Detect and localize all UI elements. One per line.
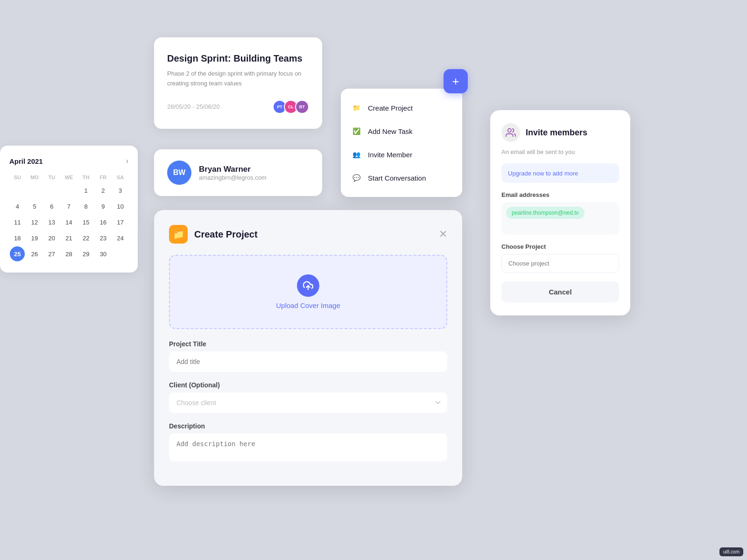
calendar-grid: SU MO TU WE TH FR SA 1 2 3 4 5 6 7 8 9 1… xyxy=(9,173,128,261)
project-title-label: Project Title xyxy=(169,340,447,348)
calendar-day[interactable]: 17 xyxy=(113,215,128,230)
calendar-month: April 2021 xyxy=(9,157,43,165)
sprint-footer: 28/05/20 - 25/06/20 PT CL BT xyxy=(167,100,309,114)
email-section-label: Email addresses xyxy=(501,191,619,198)
calendar-day[interactable]: 18 xyxy=(10,231,25,245)
description-input[interactable] xyxy=(169,434,447,462)
calendar-next-button[interactable]: › xyxy=(126,157,128,165)
day-label: MO xyxy=(27,173,43,182)
invite-title: Invite members xyxy=(526,128,587,138)
calendar-day[interactable]: 22 xyxy=(78,231,93,245)
calendar-day[interactable]: 13 xyxy=(44,215,59,230)
upload-label: Upload Cover Image xyxy=(276,301,340,309)
menu-item-label: Invite Member xyxy=(368,151,412,159)
calendar-day[interactable]: 15 xyxy=(78,215,93,230)
day-label: FR xyxy=(95,173,112,182)
menu-item-label: Add New Task xyxy=(368,127,413,135)
project-icon: 📁 xyxy=(169,225,188,244)
description-label: Description xyxy=(169,422,447,430)
menu-item-label: Create Project xyxy=(368,104,413,112)
choose-project-label: Choose Project xyxy=(501,243,619,250)
calendar-day[interactable]: 26 xyxy=(27,246,42,261)
day-label: TH xyxy=(78,173,94,182)
day-label: WE xyxy=(61,173,77,182)
project-title-input[interactable] xyxy=(169,351,447,372)
menu-item-label: Start Conversation xyxy=(368,174,426,182)
dropdown-menu: 📁 Create Project ✅ Add New Task 👥 Invite… xyxy=(341,89,462,197)
upload-cover-area[interactable]: Upload Cover Image xyxy=(169,255,447,329)
menu-item-start-conversation[interactable]: 💬 Start Conversation xyxy=(341,166,462,189)
calendar-day[interactable]: 7 xyxy=(61,199,76,214)
calendar-day[interactable]: 12 xyxy=(27,215,42,230)
sprint-title: Design Sprint: Building Teams xyxy=(167,52,309,64)
day-label: TU xyxy=(43,173,60,182)
calendar-day[interactable]: 23 xyxy=(96,231,111,245)
project-title-group: Project Title xyxy=(169,340,447,372)
cancel-button[interactable]: Cancel xyxy=(501,281,619,302)
calendar-day[interactable]: 6 xyxy=(44,199,59,214)
calendar-day[interactable]: 16 xyxy=(96,215,111,230)
calendar-day[interactable]: 4 xyxy=(10,199,25,214)
avatar: BW xyxy=(167,161,191,185)
email-tag: pearline.thompson@ned.tv xyxy=(506,207,585,219)
check-icon: ✅ xyxy=(351,126,361,136)
avatar: BT xyxy=(295,100,309,114)
calendar-day[interactable]: 24 xyxy=(113,231,128,245)
calendar-day[interactable]: 29 xyxy=(78,246,93,261)
calendar-day xyxy=(61,183,76,198)
calendar-day[interactable]: 30 xyxy=(96,246,111,261)
calendar-day[interactable]: 10 xyxy=(113,199,128,214)
invite-subtitle: An email will be sent to you xyxy=(501,147,619,157)
calendar-day[interactable]: 20 xyxy=(44,231,59,245)
calendar-day[interactable]: 3 xyxy=(113,183,128,198)
client-select[interactable]: Choose client xyxy=(169,392,447,413)
calendar-day[interactable]: 28 xyxy=(61,246,76,261)
upgrade-text: Upgrade now to add more xyxy=(508,170,578,177)
calendar-day[interactable]: 8 xyxy=(78,199,93,214)
menu-item-add-task[interactable]: ✅ Add New Task xyxy=(341,119,462,143)
calendar-day[interactable]: 19 xyxy=(27,231,42,245)
sprint-card: Design Sprint: Building Teams Phase 2 of… xyxy=(154,37,322,129)
folder-icon: 📁 xyxy=(351,103,361,113)
day-label: SU xyxy=(9,173,26,182)
calendar-card: April 2021 › SU MO TU WE TH FR SA 1 2 3 … xyxy=(0,146,138,273)
fab-button[interactable]: + xyxy=(444,69,468,93)
calendar-day[interactable]: 2 xyxy=(96,183,111,198)
calendar-day[interactable]: 1 xyxy=(78,183,93,198)
invite-header: Invite members xyxy=(501,123,619,142)
avatar-group: PT CL BT xyxy=(273,100,309,114)
email-area[interactable]: pearline.thompson@ned.tv xyxy=(501,202,619,235)
day-label: SA xyxy=(112,173,128,182)
calendar-day[interactable]: 14 xyxy=(61,215,76,230)
calendar-day[interactable]: 9 xyxy=(96,199,111,214)
upgrade-banner[interactable]: Upgrade now to add more xyxy=(501,163,619,183)
close-modal-button[interactable]: ✕ xyxy=(439,228,447,240)
calendar-day[interactable]: 21 xyxy=(61,231,76,245)
description-group: Description xyxy=(169,422,447,463)
calendar-day xyxy=(27,183,42,198)
calendar-day xyxy=(10,183,25,198)
profile-info: Bryan Warner amazingbrn@legros.com xyxy=(199,165,267,181)
calendar-day-today[interactable]: 25 xyxy=(10,246,25,261)
upload-icon xyxy=(297,274,319,297)
calendar-day[interactable]: 11 xyxy=(10,215,25,230)
calendar-day[interactable]: 5 xyxy=(27,199,42,214)
calendar-day xyxy=(44,183,59,198)
client-group: Client (Optional) Choose client xyxy=(169,381,447,413)
chat-icon: 💬 xyxy=(351,173,361,183)
modal-title: 📁 Create Project xyxy=(169,225,258,244)
invite-members-panel: Invite members An email will be sent to … xyxy=(490,110,630,315)
calendar-header: April 2021 › xyxy=(9,157,128,165)
people-icon: 👥 xyxy=(351,149,361,160)
menu-item-invite-member[interactable]: 👥 Invite Member xyxy=(341,143,462,166)
svg-point-1 xyxy=(508,129,511,132)
profile-name: Bryan Warner xyxy=(199,165,267,174)
profile-card: BW Bryan Warner amazingbrn@legros.com xyxy=(154,149,322,196)
invite-icon xyxy=(501,123,520,142)
menu-item-create-project[interactable]: 📁 Create Project xyxy=(341,96,462,119)
calendar-day[interactable]: 27 xyxy=(44,246,59,261)
profile-email: amazingbrn@legros.com xyxy=(199,174,267,181)
choose-project-input[interactable] xyxy=(501,254,619,273)
modal-header: 📁 Create Project ✕ xyxy=(169,225,447,244)
sprint-description: Phase 2 of the design sprint with primar… xyxy=(167,69,309,89)
